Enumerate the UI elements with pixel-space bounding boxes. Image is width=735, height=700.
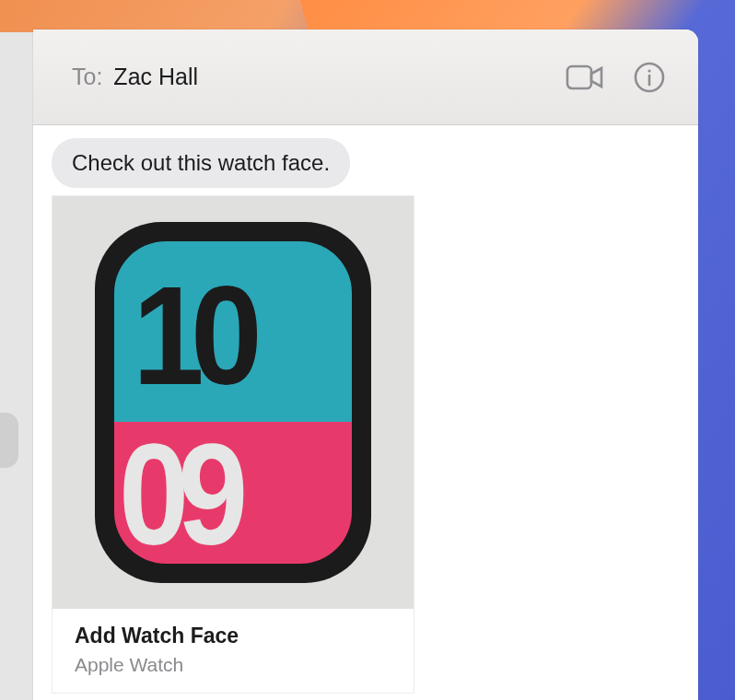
sidebar-background bbox=[0, 32, 33, 700]
facetime-button[interactable] bbox=[566, 58, 604, 97]
svg-rect-0 bbox=[567, 66, 591, 88]
watch-body: 10 09 bbox=[95, 222, 371, 583]
details-button[interactable] bbox=[630, 58, 669, 97]
attachment-footer: Add Watch Face Apple Watch bbox=[52, 609, 414, 693]
watchface-hour: 10 bbox=[133, 265, 249, 405]
watchface-preview: 10 09 bbox=[52, 196, 414, 609]
watchface-attachment-card[interactable]: 10 09 Add Watch Face Apple Watch bbox=[52, 195, 414, 694]
recipient-field[interactable]: To: Zac Hall bbox=[72, 64, 198, 90]
info-icon bbox=[633, 61, 666, 94]
watchface-minute: 09 bbox=[119, 422, 324, 564]
header-actions bbox=[566, 58, 669, 97]
facetime-icon bbox=[566, 64, 604, 91]
conversation-body: Check out this watch face. 10 09 Add Wat… bbox=[33, 125, 698, 694]
messages-conversation-window: To: Zac Hall Check out this watch face. bbox=[33, 29, 698, 700]
watch-screen: 10 09 bbox=[114, 241, 352, 564]
attachment-subtitle: Apple Watch bbox=[75, 654, 391, 676]
conversation-header: To: Zac Hall bbox=[33, 29, 698, 125]
watchface-digits: 10 09 bbox=[114, 241, 352, 564]
attachment-title: Add Watch Face bbox=[75, 624, 391, 648]
incoming-message-bubble[interactable]: Check out this watch face. bbox=[52, 138, 350, 188]
svg-point-2 bbox=[648, 69, 650, 72]
sidebar-item-peek[interactable] bbox=[0, 413, 18, 468]
recipient-name: Zac Hall bbox=[113, 64, 198, 90]
to-label: To: bbox=[72, 64, 102, 90]
